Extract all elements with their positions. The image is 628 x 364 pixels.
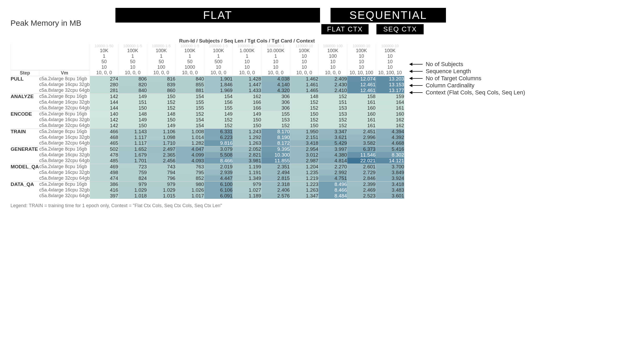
col-meta: 100K xyxy=(376,48,404,53)
heatmap-cell: 6.331 xyxy=(204,129,233,135)
heatmap-cell: 3.483 xyxy=(376,187,404,193)
heatmap-cell: 153 xyxy=(318,111,347,117)
col-id: 100000-1-5 xyxy=(147,44,175,48)
heatmap-cell: 154 xyxy=(175,123,204,129)
col-id: 100000-1-5 xyxy=(175,44,204,48)
vm-label: c5a.2xlarge 8cpu 16gb xyxy=(39,164,90,170)
heatmap-cell: 9.816 xyxy=(204,140,233,146)
heatmap-cell: 2.351 xyxy=(261,164,290,170)
heatmap-cell: 149 xyxy=(118,93,147,99)
heatmap-cell: 156 xyxy=(204,99,233,105)
heatmap-cell: 6.373 xyxy=(347,146,376,152)
vm-label: c5a.2xlarge 8cpu 16gb xyxy=(39,76,90,82)
heatmap-cell: 2.456 xyxy=(147,158,175,164)
heatmap-cell: 3.849 xyxy=(376,170,404,175)
table-row: c5a.4xlarge 16cpu 32gb4781.6792.3654.099… xyxy=(11,152,404,158)
heatmap-cell: 2.815 xyxy=(261,175,290,181)
col-id: 100000-100 xyxy=(318,44,347,48)
heatmap-cell: 2.451 xyxy=(347,129,376,135)
arrow-left-icon xyxy=(409,85,423,86)
heatmap-cell: 150 xyxy=(290,123,318,129)
heatmap-cell: 152 xyxy=(318,93,347,99)
heatmap-cell: 153 xyxy=(261,117,290,123)
vm-label: c5a.2xlarge 8cpu 16gb xyxy=(39,129,90,135)
table-row: c5a.8xlarge 32cpu 64gb2818408608811.9691… xyxy=(11,88,404,94)
heatmap-cell: 855 xyxy=(175,82,204,88)
step-label: ENCODE xyxy=(11,111,39,129)
heatmap-cell: 3.924 xyxy=(376,175,404,181)
col-meta: 10 xyxy=(347,59,376,65)
heatmap-cell: 3.621 xyxy=(318,135,347,140)
vm-label: c5a.8xlarge 32cpu 64gb xyxy=(39,140,90,146)
col-meta: 1 xyxy=(261,53,290,59)
heatmap-cell: 1.017 xyxy=(175,193,204,199)
heatmap-cell: 8.190 xyxy=(261,135,290,140)
heatmap-cell: 158 xyxy=(347,93,376,99)
col-id: 100000-1-5 xyxy=(204,44,233,48)
heatmap-cell: 13.153 xyxy=(376,82,404,88)
heatmap-cell: 150 xyxy=(147,93,175,99)
heatmap-cell: 142 xyxy=(90,117,118,123)
legend-text: Column Cardinality xyxy=(426,82,475,89)
col-meta: 1.000K xyxy=(233,48,261,53)
heatmap-cell: 306 xyxy=(261,105,290,111)
heatmap-cell: 152 xyxy=(261,123,290,129)
heatmap-cell: 743 xyxy=(147,164,175,170)
heatmap-cell: 1.243 xyxy=(233,129,261,135)
col-meta: 1 xyxy=(175,53,204,59)
heatmap-cell: 1.349 xyxy=(233,175,261,181)
heatmap-cell: 8.484 xyxy=(318,193,347,199)
heatmap-cell: 152 xyxy=(147,99,175,105)
heatmap-cell: 1.027 xyxy=(233,187,261,193)
table-row: c5a.4xlarge 16cpu 32gb4161.0291.0291.026… xyxy=(11,187,404,193)
heatmap-cell: 1.015 xyxy=(147,193,175,199)
table-row: c5a.4xlarge 16cpu 32gb144151152155156166… xyxy=(11,99,404,105)
heatmap-cell: 1.710 xyxy=(147,140,175,146)
heatmap-cell: 150 xyxy=(118,105,147,111)
heatmap-cell: 824 xyxy=(118,175,147,181)
col-meta: 1 xyxy=(147,53,175,59)
heatmap-cell: 2.318 xyxy=(261,181,290,187)
heatmap-cell: 154 xyxy=(175,93,204,99)
table-row: MODEL_QAc5a.2xlarge 8cpu 16gb46972374376… xyxy=(11,164,404,170)
heatmap-cell: 2.469 xyxy=(347,187,376,193)
heatmap-cell: 8.170 xyxy=(261,129,290,135)
heatmap-cell: 1.106 xyxy=(147,129,175,135)
heatmap-cell: 2.939 xyxy=(204,170,233,175)
heatmap-cell: 468 xyxy=(90,135,118,140)
heatmap-cell: 469 xyxy=(90,164,118,170)
table-row: PULLc5a.2xlarge 8cpu 16gb2748068168401.9… xyxy=(11,76,404,82)
vm-label: c5a.2xlarge 8cpu 16gb xyxy=(39,181,90,187)
heatmap-cell: 806 xyxy=(118,76,147,82)
heatmap-cell: 2.523 xyxy=(347,193,376,199)
col-meta: 10, 0, 0 xyxy=(118,70,147,76)
col-meta: 100K xyxy=(204,48,233,53)
vm-label: c5a.4xlarge 16cpu 32gb xyxy=(39,135,90,140)
heatmap-cell: 839 xyxy=(147,82,175,88)
heatmap-cell: 474 xyxy=(90,175,118,181)
heatmap-cell: 155 xyxy=(261,111,290,117)
col-id: 100000-10 xyxy=(347,44,376,48)
heatmap-cell: 155 xyxy=(175,99,204,105)
heatmap-cell: 6.223 xyxy=(204,135,233,140)
heatmap-cell: 160 xyxy=(347,111,376,117)
heatmap-cell: 1.191 xyxy=(233,170,261,175)
heatmap-cell: 4.093 xyxy=(175,158,204,164)
heatmap-cell: 166 xyxy=(233,99,261,105)
heatmap-cell: 3.079 xyxy=(204,146,233,152)
heatmap-cell: 2.410 xyxy=(318,88,347,94)
heatmap-cell: 794 xyxy=(147,170,175,175)
table-row: c5a.8xlarge 32cpu 64gb144150152155155166… xyxy=(11,105,404,111)
banner-seq-ctx: SEQ CTX xyxy=(376,24,424,34)
heatmap-cell: 2.821 xyxy=(233,152,261,158)
heatmap-cell: 144 xyxy=(90,105,118,111)
col-meta: 100K xyxy=(290,48,318,53)
col-meta: 50 xyxy=(175,59,204,65)
heatmap-cell: 763 xyxy=(175,164,204,170)
col-meta: 1 xyxy=(204,53,233,59)
heatmap-cell: 980 xyxy=(175,181,204,187)
heatmap-cell: 154 xyxy=(204,93,233,99)
heatmap-cell: 498 xyxy=(90,170,118,175)
heatmap-cell: 152 xyxy=(318,117,347,123)
col-meta: 10 xyxy=(261,59,290,65)
